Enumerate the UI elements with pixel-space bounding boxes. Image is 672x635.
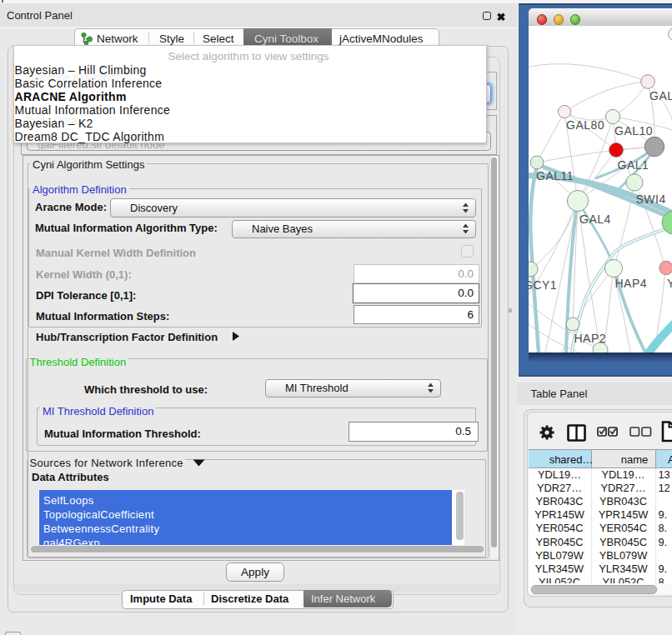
svg-text:GAL7: GAL7 [649, 89, 672, 102]
svg-text:SWI4: SWI4 [635, 192, 665, 206]
svg-text:GAL80: GAL80 [566, 118, 604, 132]
svg-text:YM: YM [667, 277, 672, 290]
svg-text:GAL10: GAL10 [614, 124, 653, 138]
svg-text:HAP4: HAP4 [614, 277, 647, 290]
svg-text:GCY1: GCY1 [529, 278, 557, 292]
svg-text:GAL11: GAL11 [536, 169, 574, 182]
svg-text:GAL4: GAL4 [579, 212, 611, 226]
svg-text:HAP2: HAP2 [574, 332, 606, 345]
svg-text:GAL1: GAL1 [617, 158, 649, 172]
